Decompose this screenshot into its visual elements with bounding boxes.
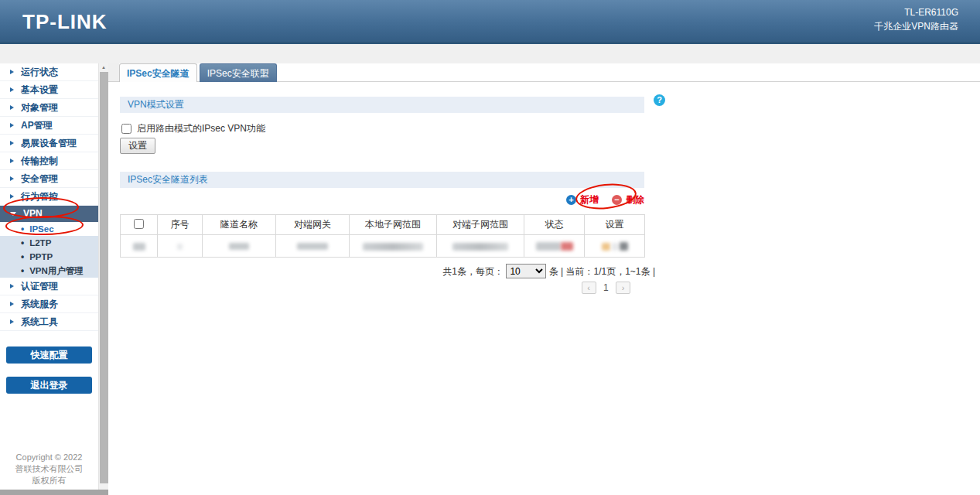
chevron-right-icon [10, 70, 14, 74]
copyright-line: 普联技术有限公司 [0, 463, 98, 475]
delete-button[interactable]: 删除 [626, 193, 644, 207]
chevron-right-icon [10, 105, 14, 110]
column-header-tunnel-name: 隧道名称 [203, 215, 276, 235]
sidebar-item-system-tools[interactable]: 系统工具 [0, 313, 98, 331]
redacted-cell-local-subnet [350, 235, 437, 258]
tab-ipsec-tunnel[interactable]: IPSec安全隧道 [119, 63, 197, 82]
redacted-cell-settings [585, 235, 645, 258]
page-size-select[interactable]: 10 [506, 264, 546, 278]
sidebar-item-label: 行为管控 [21, 190, 58, 203]
copyright-line: 版权所有 [0, 475, 98, 486]
chevron-right-icon [10, 319, 14, 324]
sidebar-item-label: 认证管理 [21, 280, 58, 293]
chevron-down-icon [10, 212, 16, 216]
redacted-cell-index [158, 235, 203, 258]
sidebar-item-label: 系统工具 [21, 316, 58, 329]
chevron-right-icon [10, 176, 14, 181]
sidebar-subitem-label: IPSec [29, 224, 53, 234]
sidebar-item-label: 运行状态 [21, 66, 58, 79]
sidebar-item-transmission-control[interactable]: 传输控制 [0, 152, 98, 170]
select-all-cell [121, 215, 158, 235]
logout-button[interactable]: 退出登录 [6, 377, 92, 394]
device-info: TL-ER6110G 千兆企业VPN路由器 [874, 5, 958, 33]
page: TP-LINK TL-ER6110G 千兆企业VPN路由器 运行状态 基本设置 … [0, 0, 980, 495]
copyright: Copyright © 2022 普联技术有限公司 版权所有 [0, 452, 98, 486]
column-header-peer-subnet: 对端子网范围 [437, 215, 524, 235]
sidebar-item-running-status[interactable]: 运行状态 [0, 63, 98, 81]
sidebar-subitem-label: PPTP [29, 252, 53, 261]
enable-ipsec-route-mode-label: 启用路由模式的IPsec VPN功能 [137, 122, 265, 135]
bullet-icon: • [21, 266, 24, 275]
column-header-local-subnet: 本地子网范围 [350, 215, 437, 235]
current-page-number: 1 [603, 282, 609, 293]
sidebar-item-ap-management[interactable]: AP管理 [0, 117, 98, 135]
pagination-summary-prefix: 共1条，每页： [442, 266, 504, 277]
pagination-summary-suffix: 条 | 当前：1/1页，1~1条 | [549, 266, 655, 277]
table-row [121, 235, 645, 258]
select-all-checkbox[interactable] [134, 219, 144, 229]
sidebar-item-label: 安全管理 [21, 172, 58, 186]
sidebar-subitem-pptp[interactable]: • PPTP [0, 250, 98, 264]
sidebar-item-label: 传输控制 [21, 155, 58, 168]
chevron-right-icon [10, 87, 14, 92]
prev-page-button[interactable]: ‹ [582, 282, 596, 294]
redacted-cell-peer-subnet [437, 235, 524, 258]
ipsec-tunnel-table: 序号 隧道名称 对端网关 本地子网范围 对端子网范围 状态 设置 [120, 214, 645, 258]
header-sub-band [0, 44, 980, 63]
sidebar-subitem-l2tp[interactable]: • L2TP [0, 236, 98, 250]
add-button[interactable]: 新增 [580, 193, 599, 207]
column-header-index: 序号 [158, 215, 203, 235]
bullet-icon: • [21, 252, 24, 261]
help-icon[interactable]: ? [654, 94, 665, 106]
sidebar-item-label: 易展设备管理 [21, 137, 77, 150]
sidebar-item-system-services[interactable]: 系统服务 [0, 295, 98, 313]
tplink-logo: TP-LINK [22, 10, 108, 34]
set-button[interactable]: 设置 [120, 138, 155, 154]
device-type: 千兆企业VPN路由器 [874, 19, 958, 33]
sidebar-item-mesh-device-management[interactable]: 易展设备管理 [0, 135, 98, 152]
sidebar-subitem-ipsec[interactable]: • IPSec [0, 222, 98, 236]
tab-gap [108, 63, 119, 81]
sidebar-item-behavior-control[interactable]: 行为管控 [0, 188, 98, 206]
table-header-row: 序号 隧道名称 对端网关 本地子网范围 对端子网范围 状态 设置 [121, 215, 645, 235]
sidebar-item-label: AP管理 [21, 119, 53, 132]
sidebar-subitem-label: L2TP [29, 238, 51, 248]
device-model: TL-ER6110G [874, 5, 958, 19]
column-header-settings: 设置 [585, 215, 645, 235]
sidebar-item-auth-management[interactable]: 认证管理 [0, 278, 98, 295]
enable-ipsec-route-mode-checkbox[interactable] [121, 124, 131, 134]
sidebar-item-object-management[interactable]: 对象管理 [0, 99, 98, 117]
chevron-right-icon [10, 123, 14, 128]
sidebar: 运行状态 基本设置 对象管理 AP管理 易展设备管理 传输控制 安全管理 行为 [0, 63, 98, 490]
scroll-up-icon[interactable]: ▲ [99, 63, 108, 72]
tab-ipsec-sa[interactable]: IPSec安全联盟 [200, 63, 277, 82]
chevron-right-icon [10, 159, 14, 163]
tab-bar: IPSec安全隧道 IPSec安全联盟 [108, 63, 980, 82]
redacted-cell-tunnel-name [203, 235, 276, 258]
redacted-cell-status [524, 235, 585, 258]
sidebar-scrollbar[interactable]: ▲ [98, 63, 108, 490]
sidebar-scrollbar-bottom [0, 490, 108, 495]
column-header-peer-gateway: 对端网关 [276, 215, 350, 235]
app-header: TP-LINK TL-ER6110G 千兆企业VPN路由器 [0, 0, 980, 44]
sidebar-item-label: 对象管理 [21, 101, 58, 114]
sidebar-item-label: 基本设置 [21, 84, 58, 97]
scrollbar-thumb[interactable] [100, 72, 108, 483]
quick-setup-button[interactable]: 快速配置 [6, 346, 92, 364]
table-action-links: + 新增 − 删除 [120, 193, 644, 207]
next-page-button[interactable]: › [616, 282, 630, 294]
sidebar-item-security-management[interactable]: 安全管理 [0, 170, 98, 188]
section-title-tunnel-list: IPSec安全隧道列表 [120, 172, 644, 188]
sidebar-subitem-label: VPN用户管理 [29, 265, 84, 277]
sidebar-subitem-vpn-user-management[interactable]: • VPN用户管理 [0, 264, 98, 278]
pagination: 共1条，每页： 10 条 | 当前：1/1页，1~1条 | ‹ 1 › [120, 264, 655, 294]
sidebar-item-label: 系统服务 [21, 298, 58, 311]
chevron-right-icon [10, 302, 14, 306]
bullet-icon: • [21, 224, 24, 234]
main-content: VPN模式设置 ? 启用路由模式的IPsec VPN功能 设置 IPSec安全隧… [108, 82, 980, 495]
vpn-mode-checkbox-row: 启用路由模式的IPsec VPN功能 [121, 122, 265, 135]
add-icon[interactable]: + [566, 195, 576, 205]
sidebar-item-basic-settings[interactable]: 基本设置 [0, 81, 98, 99]
delete-icon[interactable]: − [612, 195, 622, 205]
sidebar-item-vpn[interactable]: VPN [0, 206, 98, 222]
